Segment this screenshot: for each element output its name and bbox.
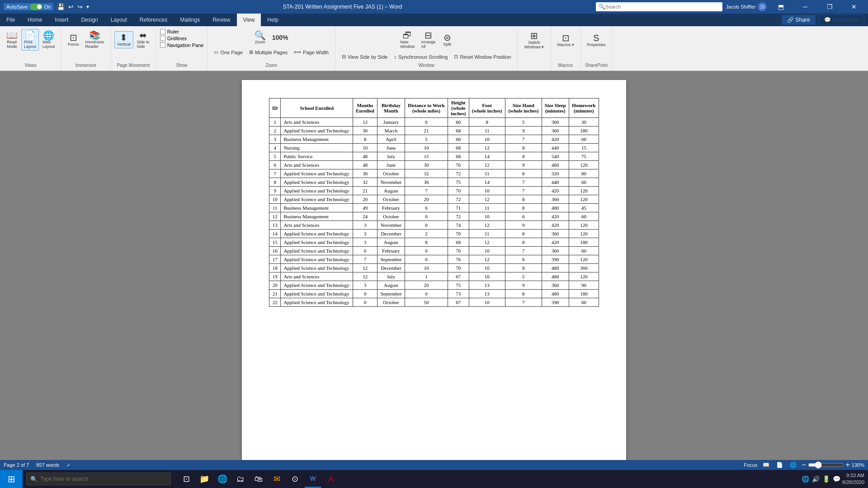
cell-months: 0	[353, 298, 377, 307]
cell-school: Business Management	[281, 135, 353, 144]
zoom-in-button[interactable]: +	[846, 461, 850, 469]
tab-home[interactable]: Home	[21, 14, 48, 26]
comments-button[interactable]: 💬 Comments	[818, 14, 864, 25]
taskbar-acrobat[interactable]: A	[323, 470, 339, 488]
cell-birthday: February	[377, 247, 405, 255]
taskbar: ⊞ 🔍 ⊡ 📁 🌐 🗂 🛍 ✉ ⊙ W A 🌐 🔊 🔋 💬 9:33 AM 8/…	[0, 470, 868, 488]
tab-layout[interactable]: Layout	[104, 14, 133, 26]
taskbar-edge[interactable]: 🌐	[214, 470, 231, 488]
taskbar-search[interactable]: 🔍	[26, 473, 171, 485]
status-bar-right: Focus 📖 📄 🌐 − + 130%	[744, 460, 864, 470]
cell-homework: 15	[569, 144, 599, 152]
tab-insert[interactable]: Insert	[48, 14, 75, 26]
cell-school: Applied Science and Technology	[281, 247, 353, 255]
one-page-button[interactable]: ▭ One Page	[211, 48, 245, 56]
taskbar-outlook[interactable]: ✉	[269, 470, 285, 488]
tab-view[interactable]: View	[237, 14, 261, 26]
switch-windows-icon: ⊞	[530, 31, 538, 40]
cell-months: 7	[353, 255, 377, 264]
save-icon[interactable]: 💾	[57, 3, 65, 10]
tab-review[interactable]: Review	[206, 14, 236, 26]
taskbar-search-input[interactable]	[40, 476, 167, 482]
tab-references[interactable]: References	[133, 14, 174, 26]
arrange-all-button[interactable]: ⊟ ArrangeAll	[418, 29, 438, 51]
minimize-button[interactable]: ─	[795, 0, 816, 14]
tab-design[interactable]: Design	[75, 14, 104, 26]
page-indicator: Page 2 of 7	[4, 462, 29, 468]
print-view-button[interactable]: 📄	[774, 460, 784, 470]
sync-scroll-icon: ↕	[394, 54, 396, 60]
tab-mailings[interactable]: Mailings	[174, 14, 206, 26]
cell-hand: 8	[505, 169, 542, 178]
taskbar-store[interactable]: 🛍	[250, 470, 267, 488]
switch-windows-button[interactable]: ⊞ SwitchWindows ▾	[521, 29, 547, 52]
view-side-by-side-button[interactable]: ⊟ View Side by Side	[339, 52, 390, 61]
read-view-button[interactable]: 📖	[761, 460, 771, 470]
search-icon: 🔍	[599, 4, 605, 10]
start-button[interactable]: ⊞	[0, 470, 23, 488]
macros-icon: ⊡	[562, 33, 570, 42]
share-icon[interactable]: ⬒	[770, 0, 791, 14]
cell-height: 73	[448, 290, 469, 298]
cell-sleep: 360	[542, 118, 569, 127]
cell-months: 48	[353, 152, 377, 161]
cell-homework: 60	[569, 247, 599, 255]
tab-help[interactable]: Help	[261, 14, 285, 26]
print-layout-button[interactable]: 📄 PrintLayout	[21, 29, 39, 51]
taskbar-file-explorer[interactable]: 📁	[196, 470, 212, 488]
restore-button[interactable]: ❐	[819, 0, 840, 14]
search-bar[interactable]: 🔍	[596, 2, 722, 11]
navigation-pane-checkbox[interactable]: Navigation Pane	[160, 42, 204, 48]
ruler-checkbox[interactable]: Ruler	[160, 29, 204, 34]
zoom-100-button[interactable]: 100%	[269, 33, 291, 42]
taskbar-folder[interactable]: 🗂	[232, 470, 249, 488]
new-window-button[interactable]: 🗗 NewWindow	[397, 29, 417, 51]
cell-id: 5	[269, 152, 281, 161]
share-button[interactable]: 🔗 Share	[782, 15, 815, 25]
tab-file[interactable]: File	[0, 14, 21, 26]
page-width-button[interactable]: ⟺ Page Width	[291, 48, 331, 56]
customize-icon[interactable]: ▾	[86, 4, 89, 10]
split-button[interactable]: ⊜ Split	[439, 31, 455, 48]
battery-icon: 🔋	[822, 475, 830, 483]
proofing-icon[interactable]: ✓	[66, 462, 71, 468]
properties-button[interactable]: S Properties	[585, 29, 609, 52]
zoom-button[interactable]: 🔍 Zoom	[252, 29, 269, 46]
autosave-badge[interactable]: AutoSave On	[4, 3, 53, 10]
reset-window-button[interactable]: ⊡ Reset Window Position	[451, 52, 514, 61]
document-area[interactable]: ID School Enrolled MonthsEnrolled Birthd…	[0, 71, 868, 460]
table-row: 22 Applied Science and Technology 0 Octo…	[269, 298, 599, 307]
vertical-button[interactable]: ⬍ Vertical	[114, 31, 133, 48]
side-to-side-icon: ⬌	[139, 31, 147, 40]
zoom-out-button[interactable]: −	[802, 461, 806, 469]
side-to-side-button[interactable]: ⬌ Side toSide	[134, 29, 152, 51]
focus-button[interactable]: ⊡ Focus	[65, 31, 82, 48]
taskbar-search-icon: 🔍	[30, 476, 38, 483]
zoom-slider[interactable]	[808, 461, 844, 469]
autosave-toggle[interactable]	[30, 4, 42, 10]
web-layout-button[interactable]: 🌐 WebLayout	[40, 29, 57, 51]
task-view-button[interactable]: ⊡	[178, 470, 194, 488]
synchronous-scrolling-button[interactable]: ↕ Synchronous Scrolling	[391, 53, 450, 61]
taskbar-word[interactable]: W	[305, 470, 321, 488]
table-body: 1 Arts and Sciences 12 January 0 60 8 5 …	[269, 118, 599, 307]
cell-hand: 9	[505, 221, 542, 230]
multiple-pages-button[interactable]: ⊞ Multiple Pages	[246, 48, 290, 56]
immersive-reader-button[interactable]: 📚 ImmersiveReader	[83, 29, 107, 51]
macros-button[interactable]: ⊡ Macros ▾	[555, 29, 577, 52]
redo-icon[interactable]: ↪	[77, 3, 83, 10]
undo-icon[interactable]: ↩	[68, 3, 74, 10]
gridlines-checkbox[interactable]: Gridlines	[160, 36, 204, 41]
search-input[interactable]	[605, 4, 696, 9]
taskbar-chrome[interactable]: ⊙	[287, 470, 303, 488]
cell-height: 70	[448, 247, 469, 255]
cell-sleep: 420	[542, 187, 569, 195]
read-mode-button[interactable]: 📖 ReadMode	[4, 29, 20, 51]
focus-button[interactable]: Focus	[744, 462, 757, 468]
close-button[interactable]: ✕	[844, 0, 864, 14]
notification-icon[interactable]: 💬	[833, 475, 840, 483]
cell-school: Arts and Sciences	[281, 221, 353, 230]
cell-id: 12	[269, 212, 281, 221]
web-view-button[interactable]: 🌐	[788, 460, 798, 470]
cell-height: 67	[448, 298, 469, 307]
